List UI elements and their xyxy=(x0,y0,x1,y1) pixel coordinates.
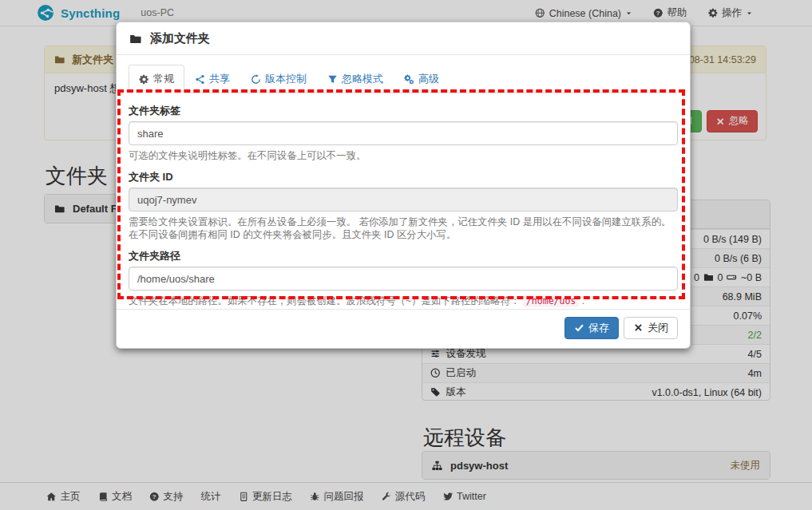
tab-label: 常规 xyxy=(153,72,174,86)
add-folder-modal: 添加文件夹 常规 共享 版本控制 忽略模式 xyxy=(116,22,691,349)
cogs-icon xyxy=(404,74,414,85)
tab-sharing[interactable]: 共享 xyxy=(184,65,240,93)
folder-label-label: 文件夹标签 xyxy=(129,104,678,118)
folder-path-label: 文件夹路径 xyxy=(129,249,678,263)
folder-path-help-suffix: . xyxy=(582,295,584,306)
tab-file-versioning[interactable]: 版本控制 xyxy=(240,65,317,93)
folder-label-input[interactable] xyxy=(129,121,678,145)
folder-label-help: 可选的文件夹说明性标签。在不同设备上可以不一致。 xyxy=(129,149,678,162)
folder-id-help: 需要给文件夹设置标识。在所有丛设备上必须一致。 若你添加了新文件夹，记住文件夹 … xyxy=(129,215,678,241)
modal-title: 添加文件夹 xyxy=(150,31,210,46)
tab-general[interactable]: 常规 xyxy=(129,65,184,93)
folder-path-help: 文件夹在本地的路径。如果不存在，则会被创建。波浪线符号（~）是如下路径的缩略符：… xyxy=(129,295,678,307)
folder-id-input xyxy=(129,188,678,212)
modal-tab-bar: 常规 共享 版本控制 忽略模式 高级 xyxy=(129,65,678,93)
tab-advanced[interactable]: 高级 xyxy=(394,65,450,93)
folder-path-group: 文件夹路径 文件夹在本地的路径。如果不存在，则会被创建。波浪线符号（~）是如下路… xyxy=(129,249,678,307)
check-icon xyxy=(574,322,584,333)
modal-footer: 保存 关闭 xyxy=(117,309,690,348)
gear-icon xyxy=(139,74,149,85)
folder-id-group: 文件夹 ID 需要给文件夹设置标识。在所有丛设备上必须一致。 若你添加了新文件夹… xyxy=(129,170,678,241)
folder-path-help-text: 文件夹在本地的路径。如果不存在，则会被创建。波浪线符号（~）是如下路径的缩略符： xyxy=(129,295,520,306)
save-button[interactable]: 保存 xyxy=(564,317,619,339)
close-button-label: 关闭 xyxy=(648,322,668,334)
syncthing-app: Syncthing uos-PC Chinese (China) 帮助 操作 xyxy=(0,0,812,510)
tab-ignore-patterns[interactable]: 忽略模式 xyxy=(317,65,394,93)
tab-label: 高级 xyxy=(418,72,439,86)
folder-icon xyxy=(129,33,141,45)
home-path-code: /home/uos xyxy=(523,295,579,307)
save-button-label: 保存 xyxy=(588,322,609,334)
folder-path-input[interactable] xyxy=(129,267,678,291)
tab-label: 共享 xyxy=(209,72,230,86)
close-button[interactable]: 关闭 xyxy=(624,317,678,339)
history-icon xyxy=(251,74,261,85)
share-icon xyxy=(195,74,205,85)
folder-label-group: 文件夹标签 可选的文件夹说明性标签。在不同设备上可以不一致。 xyxy=(129,104,678,162)
modal-body: 常规 共享 版本控制 忽略模式 高级 xyxy=(117,55,690,307)
tab-label: 版本控制 xyxy=(265,72,307,86)
tab-label: 忽略模式 xyxy=(342,72,383,86)
filter-icon xyxy=(327,74,338,85)
close-icon xyxy=(633,322,644,333)
folder-id-label: 文件夹 ID xyxy=(129,170,678,184)
modal-header: 添加文件夹 xyxy=(117,22,690,55)
